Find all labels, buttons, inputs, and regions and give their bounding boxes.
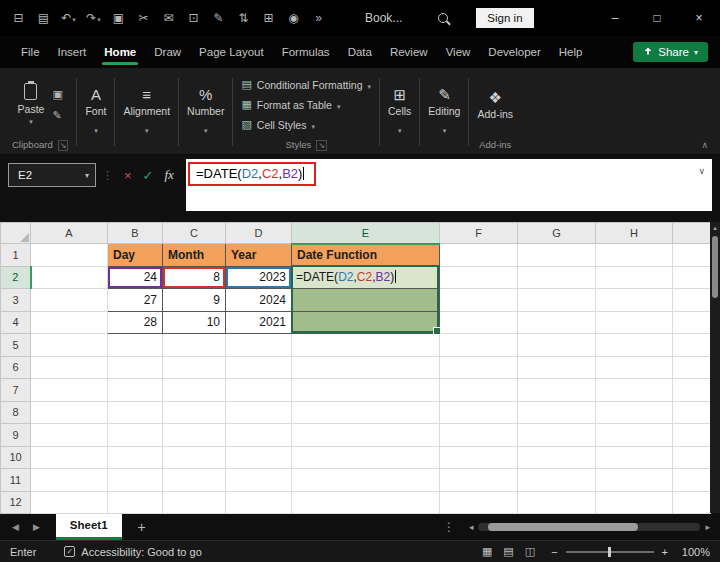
cell[interactable]: [31, 244, 108, 267]
cell-D4[interactable]: 2021: [226, 311, 292, 334]
cell-C4[interactable]: 10: [163, 311, 226, 334]
minimize-button[interactable]: –: [594, 0, 636, 36]
redo-icon[interactable]: ↷: [81, 11, 106, 25]
cancel-icon[interactable]: ×: [124, 168, 132, 183]
sheet-tab-sheet1[interactable]: Sheet1: [56, 513, 122, 540]
cell[interactable]: [673, 356, 711, 379]
paste-button[interactable]: Paste: [18, 83, 45, 126]
merge-cells-icon[interactable]: ⊞: [256, 11, 281, 25]
cell[interactable]: [440, 491, 518, 514]
format-painter-icon[interactable]: ✎: [206, 11, 231, 25]
cell[interactable]: [596, 491, 673, 514]
tab-home[interactable]: Home: [95, 36, 145, 68]
name-box[interactable]: E2: [8, 163, 96, 187]
cell[interactable]: [673, 266, 711, 289]
cell[interactable]: [440, 424, 518, 447]
copy-small-icon[interactable]: ▣: [52, 88, 62, 101]
cell[interactable]: [673, 379, 711, 402]
cell-D3[interactable]: 2024: [226, 289, 292, 312]
print-icon[interactable]: ⊡: [181, 11, 206, 25]
app-menu-icon[interactable]: ⊟: [6, 11, 31, 25]
cell[interactable]: [163, 424, 226, 447]
scroll-up-icon[interactable]: ▴: [710, 222, 720, 234]
cell-E1[interactable]: Date Function: [292, 244, 440, 267]
cell[interactable]: [163, 334, 226, 357]
row-header-11[interactable]: 11: [1, 469, 31, 492]
cell[interactable]: [31, 491, 108, 514]
cell[interactable]: [673, 244, 711, 267]
cell[interactable]: [292, 424, 440, 447]
cell-C1[interactable]: Month: [163, 244, 226, 267]
cell[interactable]: [440, 469, 518, 492]
cell[interactable]: [673, 491, 711, 514]
cell[interactable]: [440, 446, 518, 469]
cell[interactable]: [31, 311, 108, 334]
conditional-formatting-button[interactable]: ▤ Conditional Formatting: [241, 75, 371, 94]
col-header-C[interactable]: C: [163, 223, 226, 244]
new-sheet-button[interactable]: +: [138, 519, 146, 535]
cell[interactable]: [440, 266, 518, 289]
cell[interactable]: [518, 446, 596, 469]
cell[interactable]: [226, 469, 292, 492]
cell[interactable]: [518, 244, 596, 267]
row-header-4[interactable]: 4: [1, 311, 31, 334]
cell[interactable]: [596, 334, 673, 357]
cell[interactable]: [163, 379, 226, 402]
styles-dialog-launcher-icon[interactable]: [316, 139, 327, 150]
cell[interactable]: [31, 401, 108, 424]
tab-view[interactable]: View: [437, 36, 480, 68]
page-layout-view-icon[interactable]: ▤: [503, 545, 513, 558]
col-header-E[interactable]: E: [292, 223, 440, 244]
format-as-table-button[interactable]: ▦ Format as Table: [241, 95, 340, 114]
next-sheet-icon[interactable]: ▶: [33, 522, 40, 532]
row-header-12[interactable]: 12: [1, 491, 31, 514]
cell[interactable]: [292, 446, 440, 469]
cell[interactable]: [108, 401, 163, 424]
cell[interactable]: [292, 356, 440, 379]
zoom-level[interactable]: 100%: [676, 546, 710, 558]
cell[interactable]: [518, 379, 596, 402]
cell[interactable]: [108, 356, 163, 379]
cell[interactable]: [31, 446, 108, 469]
share-button[interactable]: Share: [633, 42, 708, 62]
search-icon[interactable]: [432, 13, 454, 23]
save-icon[interactable]: ▤: [31, 11, 56, 25]
addins-button[interactable]: Add-ins: [477, 108, 513, 120]
tab-help[interactable]: Help: [550, 36, 592, 68]
cell-D1[interactable]: Year: [226, 244, 292, 267]
email-icon[interactable]: ✉: [156, 11, 181, 25]
row-header-5[interactable]: 5: [1, 334, 31, 357]
select-all-corner[interactable]: [1, 223, 31, 244]
ribbon-group-editing[interactable]: ✎ Editing: [422, 72, 466, 152]
col-header-D[interactable]: D: [226, 223, 292, 244]
copy-icon[interactable]: ▣: [106, 11, 131, 25]
cell[interactable]: [518, 266, 596, 289]
sign-in-button[interactable]: Sign in: [476, 8, 533, 28]
cell[interactable]: [226, 446, 292, 469]
ribbon-group-number[interactable]: % Number: [181, 72, 230, 152]
zoom-slider-thumb[interactable]: [608, 547, 611, 557]
horizontal-scrollbar[interactable]: ◂ ▸: [469, 522, 710, 532]
vertical-scrollbar[interactable]: ▴: [710, 222, 720, 513]
format-painter-small-icon[interactable]: ✎: [52, 109, 62, 122]
cell[interactable]: [108, 469, 163, 492]
page-break-view-icon[interactable]: ◫: [525, 545, 535, 558]
cell[interactable]: [440, 289, 518, 312]
camera-icon[interactable]: ◉: [281, 11, 306, 25]
row-header-2[interactable]: 2: [1, 266, 31, 289]
cell[interactable]: [108, 334, 163, 357]
horizontal-scroll-thumb[interactable]: [488, 523, 638, 531]
sort-icon[interactable]: ⇅: [231, 11, 256, 25]
clipboard-dialog-launcher-icon[interactable]: [58, 139, 69, 150]
col-header-H[interactable]: H: [596, 223, 673, 244]
qat-overflow-icon[interactable]: »: [306, 11, 331, 25]
cell[interactable]: [163, 491, 226, 514]
cell[interactable]: [31, 424, 108, 447]
cell-E3[interactable]: [292, 289, 440, 312]
cell[interactable]: [226, 334, 292, 357]
cell-B2[interactable]: 24: [108, 266, 163, 289]
cell-B3[interactable]: 27: [108, 289, 163, 312]
cell-C2[interactable]: 8: [163, 266, 226, 289]
ribbon-group-font[interactable]: A Font: [79, 72, 112, 152]
col-header-G[interactable]: G: [518, 223, 596, 244]
